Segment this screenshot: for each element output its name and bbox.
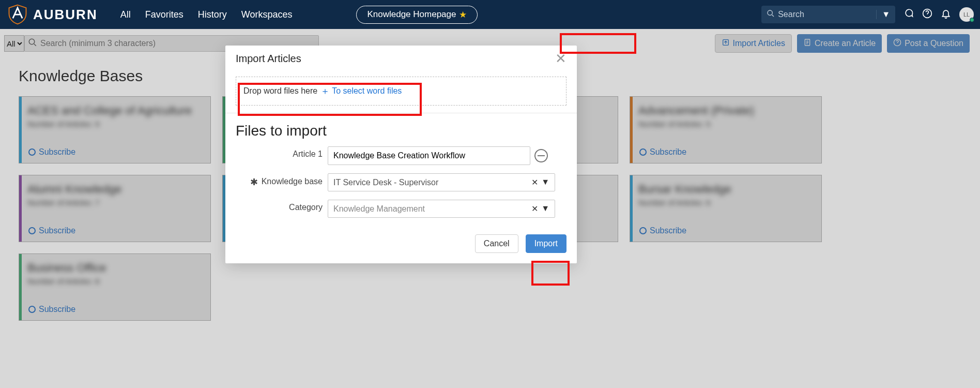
top-navbar: AUBURN All Favorites History Workspaces … <box>0 0 980 29</box>
remove-article-button[interactable] <box>534 149 548 162</box>
brand-logo[interactable]: AUBURN <box>6 3 98 26</box>
auburn-logo-icon <box>6 3 29 26</box>
file-dropzone[interactable]: Drop word files here ＋ To select word fi… <box>236 77 566 106</box>
select-files-label: To select word files <box>332 86 402 96</box>
chevron-down-icon[interactable]: ▼ <box>541 177 549 187</box>
dropzone-text: Drop word files here <box>243 86 317 96</box>
help-icon[interactable] <box>922 8 932 21</box>
search-scope-dropdown[interactable]: ▼ <box>876 10 895 19</box>
files-to-import-heading: Files to import <box>236 123 566 139</box>
nav-all[interactable]: All <box>120 9 131 20</box>
chat-icon[interactable] <box>904 8 914 21</box>
global-search[interactable]: ▼ <box>761 6 895 23</box>
nav-links: All Favorites History Workspaces <box>120 9 293 20</box>
presence-dot-icon <box>970 18 974 22</box>
cancel-button[interactable]: Cancel <box>475 234 518 253</box>
article1-input[interactable] <box>328 146 530 165</box>
required-icon: ✱ <box>250 177 258 187</box>
svg-point-0 <box>768 10 772 15</box>
import-button[interactable]: Import <box>526 234 566 253</box>
user-avatar[interactable]: LL <box>959 7 974 22</box>
clear-icon[interactable]: ✕ <box>531 204 538 214</box>
pill-label: Knowledge Homepage <box>367 9 456 20</box>
global-search-input[interactable] <box>778 10 876 19</box>
knowledge-homepage-pill[interactable]: Knowledge Homepage ★ <box>356 6 478 24</box>
nav-history[interactable]: History <box>198 9 227 20</box>
chevron-down-icon[interactable]: ▼ <box>541 204 549 214</box>
modal-title: Import Articles <box>236 53 301 65</box>
import-articles-modal: Import Articles ✕ Drop word files here ＋… <box>225 46 577 263</box>
category-select[interactable]: Knowledge Management ✕▼ <box>328 200 555 218</box>
article1-label: Article 1 <box>236 146 323 159</box>
close-icon[interactable]: ✕ <box>555 52 566 65</box>
category-select-value: Knowledge Management <box>333 204 425 214</box>
brand-text: AUBURN <box>33 7 98 23</box>
kb-label: ✱ Knowledge base <box>236 173 323 188</box>
nav-right: ▼ LL <box>761 6 974 23</box>
select-files-link[interactable]: ＋ To select word files <box>320 86 402 96</box>
knowledge-base-select[interactable]: IT Service Desk - Supervisor ✕▼ <box>328 173 555 191</box>
kb-select-value: IT Service Desk - Supervisor <box>333 178 438 187</box>
search-icon <box>761 9 778 20</box>
plus-icon: ＋ <box>320 86 330 96</box>
bell-icon[interactable] <box>941 8 951 21</box>
avatar-initials: LL <box>963 11 970 18</box>
category-label: Category <box>236 200 323 212</box>
clear-icon[interactable]: ✕ <box>531 177 538 187</box>
minus-icon <box>538 155 545 157</box>
nav-workspaces[interactable]: Workspaces <box>241 9 293 20</box>
star-icon: ★ <box>459 9 467 20</box>
nav-favorites[interactable]: Favorites <box>145 9 183 20</box>
